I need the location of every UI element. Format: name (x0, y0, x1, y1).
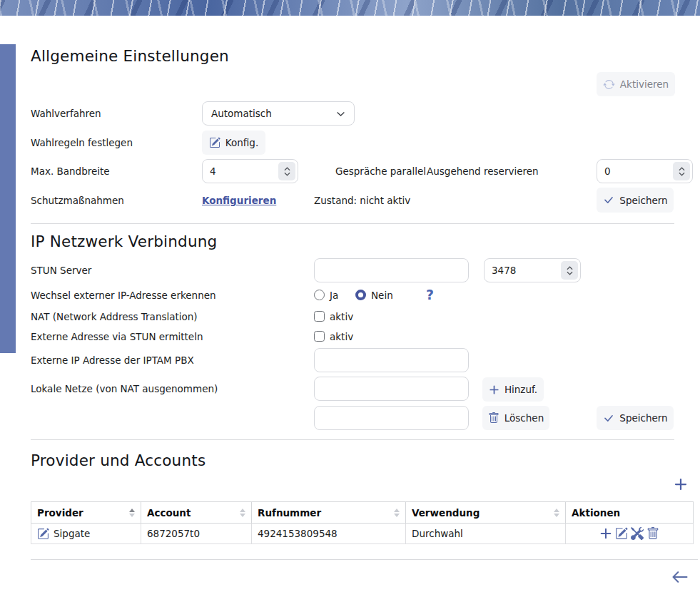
external-ip-input[interactable] (314, 348, 469, 372)
sort-icon[interactable] (394, 509, 400, 517)
reserve-stepper[interactable] (673, 162, 690, 180)
check-icon (602, 412, 614, 424)
stepper-down-icon (284, 172, 290, 176)
help-icon[interactable]: ? (426, 287, 434, 302)
column-label: Provider (37, 507, 83, 519)
plus-icon (674, 477, 688, 491)
rufnummer-cell: 4924153809548 (252, 524, 406, 544)
bottom-divider (31, 559, 698, 560)
tools-icon[interactable] (631, 527, 644, 540)
refresh-icon (603, 78, 615, 91)
dial-method-value: Automatisch (211, 108, 272, 119)
sort-icon[interactable] (240, 509, 245, 517)
table-header-row: Provider Account Rufnummer Verwendung Ak… (31, 502, 694, 524)
radio-ja-label[interactable]: Ja (330, 290, 338, 301)
header-banner-image (0, 0, 700, 16)
stepper-up-icon (679, 167, 685, 171)
sort-icon[interactable] (554, 509, 559, 517)
add-provider-button[interactable] (674, 477, 688, 491)
add-account-icon[interactable] (599, 527, 612, 540)
parallel-calls-label: Gespräche parallel (335, 165, 426, 177)
stun-detect-checkbox[interactable] (314, 331, 325, 342)
bandwidth-input-wrap (202, 159, 298, 183)
delete-local-net-label: Löschen (504, 412, 544, 424)
stun-port-input[interactable] (485, 265, 561, 276)
section-title-general: Allgemeine Einstellungen (31, 47, 229, 65)
providers-table: Provider Account Rufnummer Verwendung Ak… (31, 501, 694, 544)
back-arrow-button[interactable] (671, 568, 689, 586)
column-label: Aktionen (572, 507, 620, 519)
outgoing-reserve-label: Ausgehend reservieren (427, 165, 539, 177)
network-save-button[interactable]: Speichern (597, 406, 674, 430)
left-accent-bar (0, 44, 16, 353)
radio-ja[interactable] (314, 290, 325, 300)
provider-cell: Sipgate (31, 524, 141, 544)
general-save-label: Speichern (619, 195, 667, 206)
column-header-rufnummer[interactable]: Rufnummer (252, 502, 406, 524)
column-header-account[interactable]: Account (141, 502, 252, 524)
nat-label: NAT (Network Address Translation) (31, 311, 198, 322)
local-net-add-input[interactable] (314, 377, 469, 401)
trash-icon[interactable] (646, 527, 659, 540)
stun-detect-checkbox-label[interactable]: aktiv (330, 331, 353, 342)
column-label: Account (147, 507, 191, 519)
provider-name: Sipgate (54, 528, 90, 539)
column-header-verwendung[interactable]: Verwendung (406, 502, 566, 524)
column-header-provider[interactable]: Provider (31, 502, 141, 524)
bandwidth-stepper[interactable] (278, 162, 295, 180)
table-row: Sipgate 6872057t0 4924153809548 Durchwah… (31, 524, 694, 544)
column-label: Verwendung (412, 507, 480, 519)
radio-nein[interactable] (355, 290, 366, 300)
chevron-down-icon (336, 109, 345, 118)
nat-checkbox[interactable] (314, 311, 325, 322)
bandwidth-label: Max. Bandbreite (31, 165, 110, 177)
column-label: Rufnummer (258, 507, 321, 519)
local-net-delete-input[interactable] (314, 406, 469, 430)
aktionen-cell (566, 524, 694, 544)
stun-server-input[interactable] (314, 258, 469, 282)
radio-nein-label[interactable]: Nein (371, 290, 393, 301)
general-save-button[interactable]: Speichern (597, 188, 674, 213)
dial-rules-config-button[interactable]: Konfig. (202, 131, 265, 155)
stun-server-label: STUN Server (31, 265, 91, 276)
activate-button[interactable]: Aktivieren (597, 72, 675, 96)
verwendung-cell: Durchwahl (406, 524, 566, 544)
stepper-up-icon (284, 167, 290, 171)
check-icon (602, 194, 614, 206)
settings-page: Allgemeine Einstellungen Aktivieren Wahl… (0, 0, 700, 592)
column-header-aktionen: Aktionen (566, 502, 694, 524)
stepper-down-icon (679, 172, 685, 176)
stun-detect-label: Externe Adresse via STUN ermitteln (31, 331, 203, 342)
dial-method-label: Wahlverfahren (31, 108, 101, 119)
reserve-input-wrap (597, 159, 693, 183)
nat-checkbox-label[interactable]: aktiv (330, 311, 353, 322)
delete-local-net-button[interactable]: Löschen (482, 406, 549, 430)
dial-method-select[interactable]: Automatisch (202, 101, 355, 126)
plus-icon (489, 384, 499, 395)
bandwidth-input[interactable] (203, 165, 278, 177)
stun-port-stepper[interactable] (561, 261, 578, 280)
section-title-network: IP Netzwerk Verbindung (31, 233, 217, 250)
stepper-down-icon (567, 271, 573, 275)
add-local-net-button[interactable]: Hinzuf. (482, 377, 544, 402)
reserve-input[interactable] (597, 165, 673, 177)
edit-icon[interactable] (615, 527, 628, 540)
protection-configure-link[interactable]: Konfigurieren (202, 195, 276, 206)
section-divider (31, 223, 674, 224)
external-ip-label: Externe IP Adresse der IPTAM PBX (31, 354, 194, 366)
protection-label: Schutzmaßnahmen (31, 195, 124, 206)
section-title-providers: Provider und Accounts (31, 451, 206, 469)
edit-icon (209, 137, 220, 148)
sort-asc-icon[interactable] (129, 509, 135, 517)
dial-rules-config-label: Konfig. (225, 137, 258, 148)
edit-icon[interactable] (37, 528, 49, 540)
trash-icon (488, 412, 499, 424)
activate-label: Aktivieren (620, 78, 669, 90)
account-cell: 6872057t0 (141, 524, 252, 544)
section-divider (31, 439, 674, 440)
network-save-label: Speichern (619, 412, 667, 424)
arrow-left-icon (671, 568, 689, 586)
local-nets-label: Lokale Netze (von NAT ausgenommen) (31, 383, 218, 394)
ip-change-label: Wechsel externer IP-Adresse erkennen (31, 290, 216, 301)
dial-rules-label: Wahlregeln festlegen (31, 137, 133, 148)
